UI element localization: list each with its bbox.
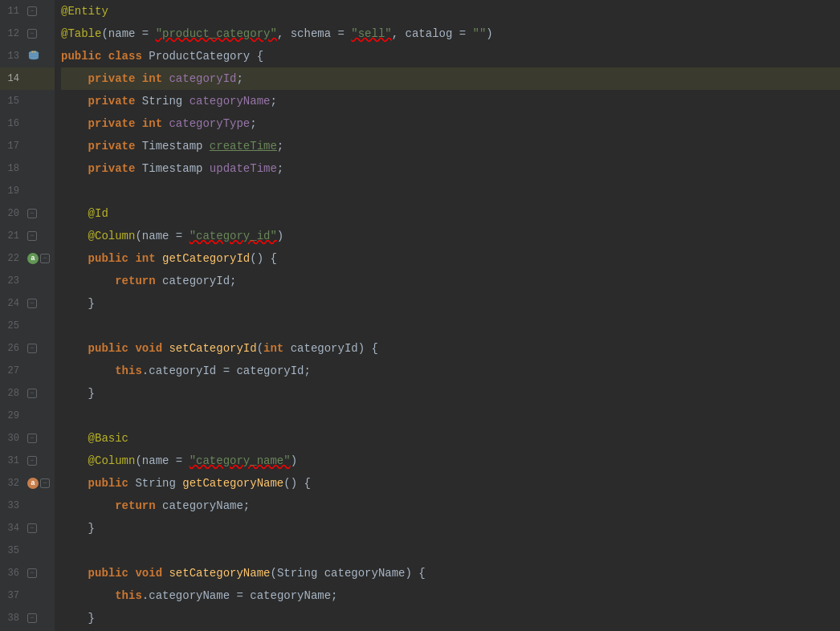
type-timestamp-17: Timestamp <box>142 135 210 157</box>
line-num-20: 20 <box>0 202 26 225</box>
code-line-12: @Table(name = "product_category", schema… <box>61 22 840 45</box>
code-line-14: private int categoryId; <box>61 67 840 90</box>
fold-icon-36[interactable]: − <box>27 568 37 578</box>
string-category-name: "category_name" <box>190 450 291 472</box>
field-this-categoryName: categoryName <box>149 584 230 607</box>
annotation-column-31: @Column <box>88 450 136 472</box>
param-categoryName-36: categoryName <box>324 562 406 584</box>
fold-icon-24[interactable]: − <box>27 299 37 308</box>
fold-icon-30[interactable]: − <box>27 434 37 443</box>
code-line-30: @Basic <box>61 427 840 450</box>
code-line-18: private Timestamp updateTime; <box>61 157 840 180</box>
code-line-28: } <box>61 382 840 405</box>
type-string-15: String <box>142 90 190 112</box>
code-editor: 11 − 12 − 13 <box>0 0 840 631</box>
gutter-row-27: 27 <box>0 360 55 382</box>
line-num-34: 34 <box>0 517 26 539</box>
kw-return-23: return <box>115 270 162 292</box>
gutter-row-26: 26 − <box>0 337 55 360</box>
annotation-table: @Table <box>61 22 101 45</box>
code-line-15: private String categoryName; <box>61 90 840 112</box>
gutter-row-36: 36 − <box>0 562 55 584</box>
kw-int-14: int <box>142 67 169 90</box>
line-num-24: 24 <box>0 292 26 315</box>
gutter-row-30: 30 − <box>0 427 55 450</box>
fold-icon-32[interactable]: − <box>40 478 50 488</box>
svg-rect-6 <box>35 51 36 53</box>
line-num-12: 12 <box>0 22 26 45</box>
kw-return-33: return <box>115 495 162 517</box>
line-num-22: 22 <box>0 247 26 270</box>
kw-public-36: public <box>88 562 136 584</box>
method-setCategoryName: setCategoryName <box>169 562 270 584</box>
gutter-row-16: 16 <box>0 112 55 135</box>
fold-icon-22[interactable]: − <box>40 254 50 263</box>
string-product-category: "product_category" <box>156 22 277 45</box>
gutter-row-24: 24 − <box>0 292 55 315</box>
code-line-21: @Column(name = "category_id") <box>61 225 840 247</box>
code-line-23: return categoryId; <box>61 270 840 292</box>
kw-private-14: private <box>88 67 142 90</box>
line-num-27: 27 <box>0 360 26 382</box>
method-getCategoryName: getCategoryName <box>182 472 283 495</box>
gutter-row-13: 13 <box>0 45 55 67</box>
field-categoryId-14: categoryId <box>169 67 236 90</box>
line-num-37: 37 <box>0 584 26 607</box>
code-line-17: private Timestamp createTime; <box>61 135 840 157</box>
fold-icon-11[interactable]: − <box>27 6 37 16</box>
gutter-row-28: 28 − <box>0 382 55 405</box>
fold-icon-21[interactable]: − <box>27 231 37 241</box>
gutter-row-32: 32 a − <box>0 472 55 495</box>
code-line-20: @Id <box>61 202 840 225</box>
fold-icon-34[interactable]: − <box>27 523 37 533</box>
annotation-basic: @Basic <box>88 427 128 450</box>
gutter-row-18: 18 <box>0 157 55 180</box>
string-category-id: "category_id" <box>190 225 277 247</box>
line-num-13: 13 <box>0 45 26 67</box>
gutter-row-17: 17 <box>0 135 55 157</box>
fold-icon-26[interactable]: − <box>27 344 37 353</box>
code-line-13: public class ProductCategory { <box>61 45 840 67</box>
fold-icon-28[interactable]: − <box>27 389 37 398</box>
code-line-36: public void setCategoryName(String categ… <box>61 562 840 584</box>
gutter-row-12: 12 − <box>0 22 55 45</box>
field-createTime: createTime <box>210 135 277 157</box>
fold-icon-12[interactable]: − <box>27 29 37 39</box>
var-categoryId-27: categoryId <box>236 360 304 382</box>
kw-int-22: int <box>135 247 162 270</box>
code-line-32: public String getCategoryName() { <box>61 472 840 495</box>
kw-int-26: int <box>263 337 291 360</box>
line-num-35: 35 <box>0 539 26 562</box>
string-sell: "sell" <box>351 22 391 45</box>
code-line-11: @Entity <box>61 0 840 22</box>
line-num-25: 25 <box>0 315 26 337</box>
var-categoryName-33: categoryName <box>162 495 243 517</box>
fold-icon-31[interactable]: − <box>27 456 37 466</box>
line-num-38: 38 <box>0 607 26 629</box>
line-num-28: 28 <box>0 382 26 405</box>
code-line-34: } <box>61 517 840 539</box>
kw-this-27: this <box>115 360 142 382</box>
var-categoryId-23: categoryId <box>162 270 230 292</box>
line-num-23: 23 <box>0 270 26 292</box>
fold-icon-38[interactable]: − <box>27 613 37 623</box>
type-string-36: String <box>277 562 324 584</box>
line-num-31: 31 <box>0 450 26 472</box>
code-line-38: } <box>61 607 840 629</box>
line-num-36: 36 <box>0 562 26 584</box>
gutter-row-31: 31 − <box>0 450 55 472</box>
line-num-30: 30 <box>0 427 26 450</box>
code-line-27: this.categoryId = categoryId; <box>61 360 840 382</box>
kw-public-26: public <box>88 337 136 360</box>
gutter-row-14: 14 <box>0 67 55 90</box>
field-categoryType: categoryType <box>169 112 250 135</box>
kw-int-16: int <box>142 112 169 135</box>
kw-private-15: private <box>88 90 142 112</box>
code-line-25 <box>61 315 840 337</box>
fold-icon-20[interactable]: − <box>27 209 37 218</box>
code-line-29 <box>61 405 840 427</box>
code-content[interactable]: @Entity @Table(name = "product_category"… <box>55 0 840 631</box>
string-empty: "" <box>473 22 487 45</box>
line-gutter: 11 − 12 − 13 <box>0 0 55 631</box>
code-line-31: @Column(name = "category_name") <box>61 450 840 472</box>
